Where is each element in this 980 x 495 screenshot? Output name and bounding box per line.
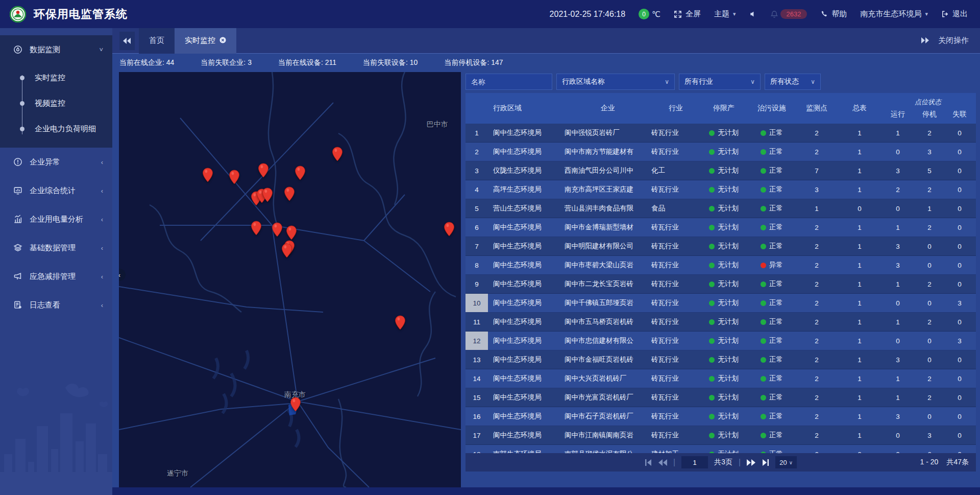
brand: 环保用电监管系统 [9,6,128,23]
map-marker-pin[interactable] [258,163,269,178]
next-page-icon [747,459,755,466]
cell-running: 1 [882,313,914,331]
table-row[interactable]: 4高坪生态环境局南充市高坪区王家店建砖瓦行业无计划正常31220 [465,180,976,199]
status-dot-green [709,187,715,193]
cell-company: 阆中明阳建材有限公司 [565,237,651,255]
pagination-page-input[interactable] [681,456,708,468]
table-row[interactable]: 16阆中生态环境局阆中市石子页岩机砖厂砖瓦行业无计划正常21300 [465,407,976,426]
map[interactable]: 巴中市南充市遂宁市 ‹ [119,72,461,487]
name-filter-input[interactable] [465,74,552,90]
table-row[interactable]: 9阆中生态环境局阆中市二龙长宝页岩砖砖瓦行业无计划正常21120 [465,275,976,294]
page-size-select[interactable]: 20 ∨ [775,456,797,468]
cell-company: 阆中大兴页岩机砖厂 [565,369,651,388]
org-dropdown[interactable]: 南充市生态环境局▾ [860,9,928,19]
industry-filter-select[interactable]: 所有行业∨ [679,74,761,90]
status-dot-green [709,300,715,306]
cell-offline: 0 [945,313,974,331]
pagination-last-button[interactable] [762,459,769,466]
tab-实时监控[interactable]: 实时监控 [175,28,236,54]
tab-首页[interactable]: 首页 [139,28,175,54]
sidebar-subitem-企业电力负荷明细[interactable]: 企业电力负荷明细 [0,116,112,142]
limit-text: 无计划 [718,242,739,251]
region-filter-select[interactable]: 行政区域名称∨ [556,74,675,90]
sidebar-item-企业异常[interactable]: 企业异常‹ [0,148,112,176]
map-marker-pin[interactable] [290,397,301,412]
map-marker-pin[interactable] [272,222,283,237]
table-row[interactable]: 17阆中生态环境局阆中市江南镇阆南页岩砖瓦行业无计划正常21030 [465,426,976,445]
speaker-button[interactable] [749,10,757,18]
exit-button[interactable]: 退出 [941,9,968,19]
map-marker-pin[interactable] [262,187,273,202]
workspace: 巴中市南充市遂宁市 ‹ 行政区域名称∨ 所有行业∨ 所有状态∨ 行政区域 企业 [112,72,980,487]
cell-stopped: 5 [914,161,945,180]
theme-dropdown[interactable]: 主题▾ [714,9,736,19]
table-row[interactable]: 5营山生态环境局营山县润丰肉食品有限食品无计划正常10010 [465,199,976,218]
nav-group: 数据监测˅实时监控视频监控企业电力负荷明细 [0,35,112,148]
pagination-first-button[interactable] [645,459,652,466]
map-marker-pin[interactable] [332,147,343,161]
table-row[interactable]: 8阆中生态环境局阆中市枣碧大梁山页岩砖瓦行业无计划异常21300 [465,256,976,275]
exit-label: 退出 [952,9,968,19]
fullscreen-button[interactable]: 全屏 [674,9,701,19]
status-dot-red [761,263,766,268]
table-row[interactable]: 7阆中生态环境局阆中明阳建材有限公司砖瓦行业无计划正常21300 [465,237,976,256]
status-dot-green [761,206,766,211]
sidebar-subitem-视频监控[interactable]: 视频监控 [0,90,112,116]
cell-offline: 3 [945,294,974,312]
cell-region: 阆中生态环境局 [488,124,565,142]
sidebar-subitem-实时监控[interactable]: 实时监控 [0,65,112,90]
map-marker-pin[interactable] [229,170,240,184]
map-marker-pin[interactable] [284,186,295,201]
table-row[interactable]: 14阆中生态环境局阆中大兴页岩机砖厂砖瓦行业无计划正常21120 [465,369,976,388]
table-row[interactable]: 10阆中生态环境局阆中千佛镇五郎垭页岩砖瓦行业无计划正常21003 [465,294,976,313]
tab-close-icon[interactable] [219,36,226,45]
datetime: 2021-02-25 17:46:18 [550,10,626,19]
sidebar-item-企业用电量分析[interactable]: 企业用电量分析‹ [0,205,112,233]
map-marker-pin[interactable] [395,315,406,330]
cell-pollution-facility: 正常 [747,237,796,255]
table-row[interactable]: 11阆中生态环境局阆中市五马桥页岩机砖砖瓦行业无计划正常21120 [465,313,976,332]
pagination-next-button[interactable] [747,459,755,466]
sidebar-item-应急减排管理[interactable]: 应急减排管理‹ [0,262,112,291]
prev-page-icon [658,459,667,466]
cell-stopped: 2 [914,313,945,331]
status-dot-green [761,433,766,438]
table-row[interactable]: 6阆中生态环境局阆中市金博瑞新型墙材砖瓦行业无计划正常21120 [465,218,976,237]
map-marker-pin[interactable] [251,221,262,235]
stat-online-companies: 当前在线企业: 44 [119,58,174,67]
status-dot-green [709,338,715,344]
table-row[interactable]: 12阆中生态环境局阆中市忠信建材有限公砖瓦行业无计划正常21003 [465,332,976,350]
status-filter-select[interactable]: 所有状态∨ [765,74,821,90]
tabs-scroll-left-button[interactable] [119,32,135,50]
map-marker-pin[interactable] [281,243,292,258]
table-row[interactable]: 13阆中生态环境局阆中市金福旺页岩机砖砖瓦行业无计划正常21300 [465,350,976,369]
limit-text: 无计划 [718,355,739,364]
notifications-button[interactable]: 2632 [770,9,807,19]
table-body: 1阆中生态环境局阆中强锐页岩砖厂砖瓦行业无计划正常211202阆中生态环境局阆中… [465,124,976,453]
sidebar-item-数据监测[interactable]: 数据监测˅ [0,35,112,64]
sidebar-item-基础数据管理[interactable]: 基础数据管理‹ [0,233,112,262]
sidebar-item-日志查看[interactable]: 日志查看‹ [0,291,112,319]
pagination-prev-button[interactable] [658,459,667,466]
table-row[interactable]: 2阆中生态环境局阆中市南方节能建材有砖瓦行业无计划正常21030 [465,143,976,161]
map-marker-pin[interactable] [295,166,306,180]
close-operations-button[interactable]: 关闭操作 [938,36,969,45]
map-marker-pin[interactable] [202,168,213,182]
map-marker-pin[interactable] [444,222,455,237]
table-row[interactable]: 3仪陇生态环境局西南油气田分公司川中化工无计划正常71350 [465,161,976,180]
cell-pollution-facility: 正常 [747,143,796,161]
cell-monitor-points: 2 [796,350,837,369]
cell-company: 阆中市南方节能建材有 [565,143,651,161]
cell-stopped: 2 [914,388,945,407]
filter-bar: 行政区域名称∨ 所有行业∨ 所有状态∨ [465,74,976,90]
tabs-scroll-right-button[interactable] [921,36,929,45]
help-button[interactable]: 帮助 [820,9,847,19]
table-row[interactable]: 15阆中生态环境局阆中市光富页岩机砖厂砖瓦行业无计划正常21120 [465,388,976,407]
table-row[interactable]: 1阆中生态环境局阆中强锐页岩砖厂砖瓦行业无计划正常21120 [465,124,976,143]
stat-offline-devices: 当前失联设备: 10 [363,58,418,67]
pagination-total: 共47条 [946,458,969,467]
table-row[interactable]: 18南部生态环境局南部县砌优水泥有限公建材加工无计划正常60060 [465,445,976,453]
status-dot-green [709,244,715,249]
sidebar-item-企业综合统计[interactable]: 企业综合统计‹ [0,176,112,205]
map-marker-pin[interactable] [286,225,297,240]
